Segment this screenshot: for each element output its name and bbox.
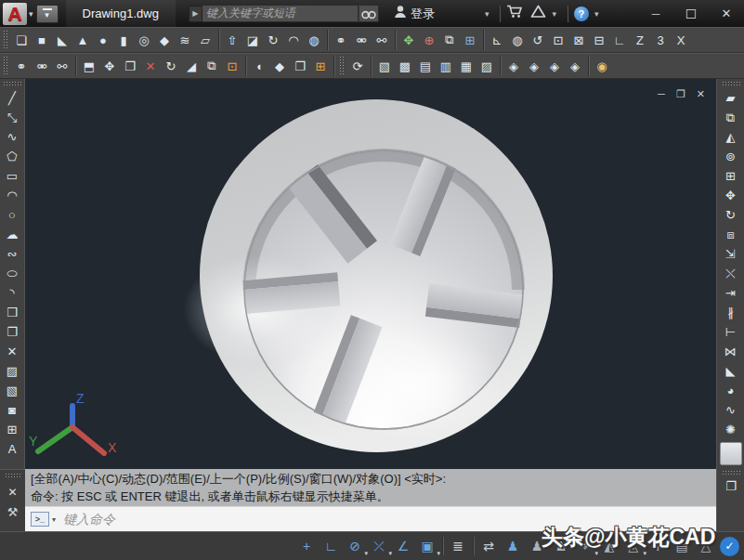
gradient-icon[interactable]: ▧ xyxy=(1,381,23,400)
explode-icon[interactable]: ✺ xyxy=(720,420,742,439)
construction-line-icon[interactable]: ⤡ xyxy=(1,108,23,127)
command-history[interactable]: [全部(A)/中心(C)/动态(D)/范围(E)/上一个(P)/比例(S)/窗口… xyxy=(25,469,716,506)
break-icon[interactable]: ∦ xyxy=(720,303,742,322)
taper-faces-icon[interactable]: ◢ xyxy=(181,55,202,77)
trim-icon[interactable]: ⤬ xyxy=(720,264,742,283)
ellipse-icon[interactable]: ⬭ xyxy=(1,264,23,283)
command-prompt-icon[interactable]: >_ xyxy=(31,512,49,527)
recent-commands-dropdown-icon[interactable]: ▾ xyxy=(52,515,56,524)
exchange-cart-icon[interactable] xyxy=(506,5,523,22)
3d-object-snap-icon[interactable]: ♟ xyxy=(501,534,525,558)
copy-edges-icon[interactable]: ❐ xyxy=(290,55,310,77)
line-icon[interactable]: ╱ xyxy=(1,88,23,108)
command-input[interactable] xyxy=(61,511,526,527)
hatch-icon[interactable]: ▨ xyxy=(1,361,23,381)
isometric-drafting-icon[interactable]: ⤫▾ xyxy=(367,534,391,558)
vs-realistic-icon[interactable]: ▥ xyxy=(436,55,456,77)
delete-faces-icon[interactable]: ✕ xyxy=(140,55,161,77)
region-icon[interactable]: ◙ xyxy=(1,400,23,420)
logo-dropdown-icon[interactable]: ▾ xyxy=(29,9,33,19)
3d-rotate-icon[interactable]: ⊕ xyxy=(419,29,439,51)
ucs-object-icon[interactable]: ⊠ xyxy=(568,29,589,51)
move-faces-icon[interactable]: ✥ xyxy=(99,55,120,77)
sheet-set-icon[interactable]: ❐ xyxy=(721,477,741,496)
signin-group[interactable]: 登录 ▾ xyxy=(394,5,495,22)
fillet-edge-icon[interactable]: ◖ xyxy=(249,55,269,77)
dynamic-input-icon[interactable]: + xyxy=(294,534,319,558)
ucs-x-rotate-icon[interactable]: X xyxy=(671,29,691,51)
toolbar-grip[interactable] xyxy=(3,81,21,86)
make-block-icon[interactable]: ❐ xyxy=(1,322,23,342)
array-icon[interactable]: ⊞ xyxy=(720,166,742,186)
mirror-icon[interactable]: ◭ xyxy=(720,127,742,147)
polygon-icon[interactable]: ⬠ xyxy=(1,147,23,166)
ucs-icon[interactable]: ⊾ xyxy=(487,29,507,51)
blend-curves-icon[interactable]: ∿ xyxy=(720,400,742,420)
sphere-icon[interactable]: ● xyxy=(93,29,113,51)
rotate-faces-icon[interactable]: ↻ xyxy=(161,55,181,77)
extrude-faces-icon[interactable]: ⬒ xyxy=(79,55,99,77)
intersect-icon[interactable]: ⚯ xyxy=(372,29,392,51)
spline-icon[interactable]: ∾ xyxy=(1,244,23,264)
object-snap-tracking-icon[interactable]: ∠ xyxy=(391,534,415,558)
maximize-button[interactable]: ☐ xyxy=(673,0,709,27)
rectangle-icon[interactable]: ▭ xyxy=(1,166,23,186)
cone-icon[interactable]: ▲ xyxy=(72,29,93,51)
selection-cycling-icon[interactable]: ⇄ xyxy=(476,534,501,558)
ortho-mode-icon[interactable]: ∟ xyxy=(319,534,343,558)
circle-icon[interactable]: ○ xyxy=(1,205,23,225)
planar-surface-icon[interactable]: ▱ xyxy=(195,29,215,51)
join-icon[interactable]: ⋈ xyxy=(720,342,742,361)
loft-icon[interactable]: ◠ xyxy=(283,29,304,51)
chamfer-icon[interactable]: ◣ xyxy=(720,361,742,381)
erase-icon[interactable]: ▰ xyxy=(720,88,742,108)
drawing-viewport[interactable]: Z Y X ─ ❐ ✕ xyxy=(25,79,716,469)
helix-icon[interactable]: ≋ xyxy=(175,29,195,51)
intersect-solid-icon[interactable]: ⚯ xyxy=(52,55,72,77)
color-edges-icon[interactable]: ⊞ xyxy=(310,55,331,77)
revision-cloud-icon[interactable]: ☁ xyxy=(1,225,23,244)
render-preset-presentation-icon[interactable]: ◈ xyxy=(565,55,585,77)
rotate-icon[interactable]: ↻ xyxy=(720,205,742,225)
subtract-solid-icon[interactable]: ⚮ xyxy=(32,55,52,77)
search-expand-icon[interactable]: ▶ xyxy=(189,6,202,22)
a360-dropdown-icon[interactable]: ▾ xyxy=(552,9,556,19)
sweep-icon[interactable]: ◪ xyxy=(242,29,263,51)
render-preset-high-icon[interactable]: ◈ xyxy=(544,55,565,77)
union-solid-icon[interactable]: ⚭ xyxy=(11,55,32,77)
render-preset-low-icon[interactable]: ◈ xyxy=(503,55,524,77)
subtract-icon[interactable]: ⚮ xyxy=(351,29,372,51)
minimize-button[interactable]: ─ xyxy=(638,0,673,27)
extend-icon[interactable]: ⇥ xyxy=(720,283,742,303)
dropdown-icon[interactable]: ▾ xyxy=(437,550,440,557)
object-snap-icon[interactable]: ▣▾ xyxy=(415,534,439,558)
3d-move-icon[interactable]: ✥ xyxy=(398,29,419,51)
vs-shaded-icon[interactable]: ▨ xyxy=(476,55,497,77)
scale-icon[interactable]: ⧈ xyxy=(720,225,742,244)
offset-faces-icon[interactable]: ❐ xyxy=(120,55,140,77)
insert-block-icon[interactable]: ❒ xyxy=(1,303,23,322)
table-icon[interactable]: ⊞ xyxy=(1,420,23,439)
render-preset-medium-icon[interactable]: ◈ xyxy=(524,55,544,77)
search-input[interactable]: 键入关键字或短语 xyxy=(202,5,359,22)
fillet-icon[interactable]: ◕ xyxy=(720,381,742,400)
chamfer-edge-icon[interactable]: ◆ xyxy=(269,55,290,77)
help-dropdown-icon[interactable]: ▾ xyxy=(594,9,599,19)
ucs-3-point-icon[interactable]: 3 xyxy=(650,29,671,51)
customization-icon[interactable]: ✓ xyxy=(720,537,739,556)
ucs-face-icon[interactable]: ⊡ xyxy=(548,29,568,51)
lineweight-icon[interactable]: ≣ xyxy=(446,534,470,558)
palette-grip-dots[interactable] xyxy=(5,473,21,479)
torus-icon[interactable]: ◎ xyxy=(134,29,154,51)
toolbar-grip[interactable] xyxy=(722,470,740,475)
vs-conceptual-icon[interactable]: ▦ xyxy=(456,55,476,77)
box-icon[interactable]: ■ xyxy=(32,29,52,51)
pyramid-icon[interactable]: ◆ xyxy=(154,29,175,51)
a360-icon[interactable] xyxy=(530,5,546,22)
quick-access-toolbar-button[interactable]: ▾ xyxy=(36,5,59,23)
color-faces-icon[interactable]: ⊡ xyxy=(222,55,242,77)
autocad-logo-icon[interactable]: A xyxy=(3,3,27,25)
ucs-z-axis-icon[interactable]: Z xyxy=(630,29,650,51)
copy-icon[interactable]: ⧉ xyxy=(720,108,742,127)
vs-wireframe-icon[interactable]: ▩ xyxy=(395,55,415,77)
